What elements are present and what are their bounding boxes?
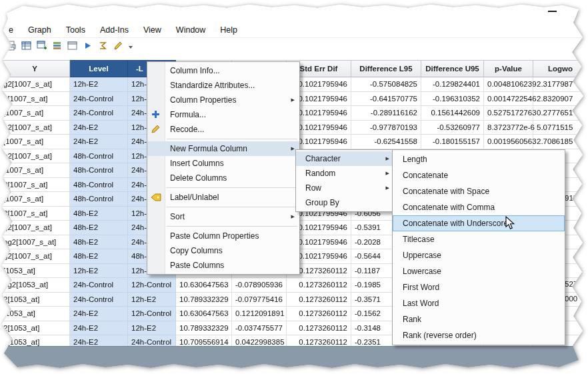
cell-pvalue[interactable]: 0.0019560563 [484,135,533,149]
menu-item-length[interactable]: Length [393,151,565,167]
menubar-item-e[interactable]: e [1,24,21,36]
menu-item-formula[interactable]: Formula... [147,107,299,122]
cell-diff[interactable]: -0.079775416 [232,293,287,307]
menu-item-standardize-attributes[interactable]: Standardize Attributes... [147,78,299,93]
cell-du95[interactable]: -0.129824401 [421,77,484,92]
cell-y[interactable]: [1007_s_at] [0,106,70,121]
cell-mlevel[interactable]: 12h-Control [128,278,176,293]
cell-pvalue[interactable]: 0.0014722546 [484,92,533,107]
cell-logworth[interactable]: 5.0771515 [533,121,588,135]
cell-y[interactable]: g2[1007_s_at] [0,249,70,264]
cell-logworth[interactable]: 2.7086185 [533,135,588,149]
cell-diff[interactable]: 0.1212091891 [232,307,287,321]
cell-mlevel[interactable]: 12h-Control [128,307,176,321]
cell-y[interactable]: [1053_at] [0,264,70,279]
cell-level[interactable]: 48h-E2 [70,207,128,221]
menu-item-lowercase[interactable]: Lowercase [393,263,565,279]
cell-pvalue[interactable]: 0.0048106239 [484,77,533,92]
cell-y[interactable]: g2[1007_s_at] [0,221,70,235]
cell-level[interactable]: 24h-Control [70,293,128,307]
cell-level[interactable]: 48h-Control [70,192,128,207]
menubar-item-view[interactable]: View [136,24,169,36]
menubar-item-tools[interactable]: Tools [59,24,93,36]
cell-level[interactable]: 24h-E2 [70,307,128,321]
cell-dl95[interactable]: -0.977870193 [351,121,421,135]
menu-item-character[interactable]: Character▶ [296,151,394,166]
menu-item-concatenate-with-comma[interactable]: Concatenate with Comma [393,199,565,215]
menu-item-column-info[interactable]: Column Info... [147,63,299,78]
cell-y[interactable]: 2[1007_s_at] [0,207,70,221]
minimize-button[interactable] [545,5,560,16]
menubar-item-add-ins[interactable]: Add-Ins [93,24,136,36]
column-header-y[interactable]: Y [0,60,70,77]
cell-dl95[interactable]: -0.62541558 [351,135,421,149]
cell-diff[interactable]: -0.037475577 [232,321,287,336]
cell-level[interactable]: 48h-Control [70,178,128,193]
toolbar-pencil-button[interactable] [111,41,125,54]
toolbar-overflow-button[interactable] [127,41,135,54]
menu-item-paste-columns[interactable]: Paste Columns [147,258,299,273]
cell-logworth[interactable]: 0.2777651 [533,106,588,121]
cell-y[interactable]: [1007_s_at] [0,192,70,207]
menu-item-first-word[interactable]: First Word [393,279,565,295]
cell-y[interactable]: [1007_s_at] [0,163,70,178]
cell-pvalue[interactable]: 8.3723772e-6 [484,121,533,135]
column-header-logworth[interactable]: Logwo [533,60,588,77]
menu-item-uppercase[interactable]: Uppercase [393,247,565,263]
cell-stderr[interactable]: 0.1273260112 [287,293,351,307]
cell-stderr[interactable]: 0.1273260112 [287,307,351,321]
toolbar-window-button[interactable] [65,41,79,54]
menu-item-concatenate-with-space[interactable]: Concatenate with Space [393,183,565,199]
cell-stderr[interactable]: 0.1273260112 [287,278,351,293]
cell-logworth[interactable]: 2.3177987 [533,77,588,92]
cell-level[interactable]: 12h-E2 [70,264,128,279]
cell-mlevel[interactable]: 12h-E2 [128,293,176,307]
cell-y[interactable]: 2[1053_at] [0,321,70,336]
cell-y[interactable]: 2[1007_s_at] [0,92,70,107]
cell-mean[interactable]: 10.630647563 [176,307,232,321]
menu-item-concatenate[interactable]: Concatenate [393,167,565,183]
cell-y[interactable]: g2[1007_s_at] [0,77,70,92]
cell-level[interactable]: 48h-E2 [70,221,128,235]
toolbar-run-arrow-button[interactable] [81,41,94,54]
cell-mean[interactable]: 10.789332329 [176,321,232,336]
menubar-item-help[interactable]: Help [213,24,245,36]
cell-level[interactable]: 24h-E2 [70,121,128,135]
column-header-pvalue[interactable]: p-Value [484,60,533,77]
cell-level[interactable]: 48h-Control [70,163,128,178]
cell-stderr[interactable]: 0.1273260112 [287,321,351,336]
cell-level[interactable]: 24h-Control [70,106,128,121]
menu-item-recode[interactable]: Recode... [147,122,299,137]
cell-level[interactable]: 12h-E2 [70,77,128,92]
toolbar-list-button[interactable] [50,41,63,54]
menu-item-copy-columns[interactable]: Copy Columns [147,243,299,258]
cell-diff[interactable]: -0.078905936 [232,278,287,293]
toolbar-print-button[interactable] [4,41,17,54]
menu-item-concatenate-with-underscore[interactable]: Concatenate with Underscore [393,215,565,231]
cell-mean[interactable]: 10.789332329 [176,293,232,307]
cell-y[interactable]: [1007_s_at] [0,135,70,149]
cell-du95[interactable]: -0.196310352 [421,92,484,107]
toolbar-formula-button[interactable] [96,41,109,54]
cell-du95[interactable]: 0.1561442609 [421,106,484,121]
bottom-scroll-area[interactable] [0,346,588,369]
cell-y[interactable]: 2[1007_s_at] [0,178,70,193]
column-header-dl95[interactable]: Difference L95 [351,60,421,77]
cell-y[interactable]: 2[1053_at] [0,293,70,307]
cell-logworth[interactable]: 2.8320907 [533,92,588,107]
column-header-du95[interactable]: Difference U95 [421,60,484,77]
cell-du95[interactable]: -0.53260977 [421,121,484,135]
cell-level[interactable]: 48h-E2 [70,235,128,250]
cell-mlevel[interactable]: 12h-E2 [128,321,176,336]
menu-item-insert-columns[interactable]: Insert Columns [147,156,299,171]
menu-item-last-word[interactable]: Last Word [393,295,565,311]
column-header-level[interactable]: Level [70,60,128,77]
cell-level[interactable]: 48h-Control [70,149,128,164]
cell-level[interactable]: 24h-E2 [70,321,128,336]
cell-dl95[interactable]: -0.289116162 [351,106,421,121]
cell-du95[interactable]: -0.180155157 [421,135,484,149]
menu-item-rank-reverse-order[interactable]: Rank (reverse order) [393,327,565,343]
cell-pvalue[interactable]: 0.5275172763 [484,106,533,121]
cell-level[interactable]: 24h-Control [70,278,128,293]
cell-y[interactable]: [1053_at] [0,307,70,321]
